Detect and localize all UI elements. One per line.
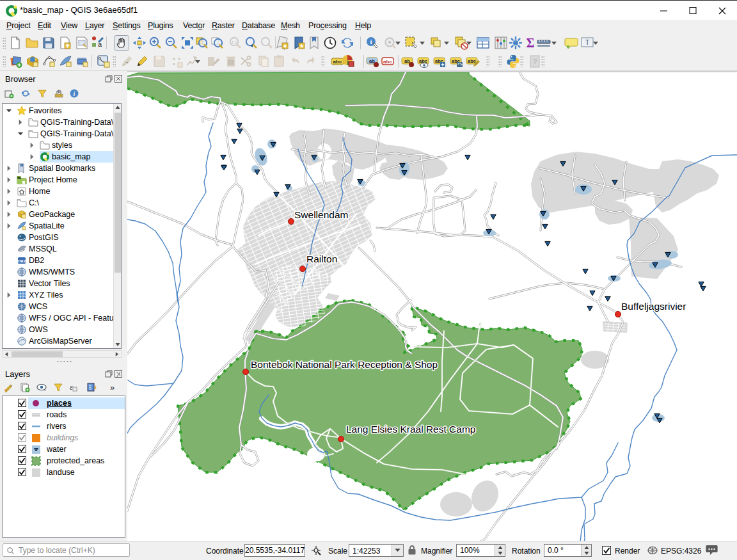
svg-text:T: T [585, 38, 590, 46]
svg-text:1:1: 1:1 [232, 40, 237, 44]
svg-text:?: ? [533, 58, 537, 65]
svg-text:Buffeljagsrivier: Buffeljagsrivier [621, 301, 686, 312]
svg-text:i: i [74, 90, 75, 97]
svg-text:DB2: DB2 [18, 259, 26, 263]
svg-text:ε: ε [70, 383, 73, 392]
svg-text:i: i [370, 38, 372, 45]
svg-text:abc: abc [383, 59, 392, 65]
svg-text:Railton: Railton [306, 253, 337, 264]
svg-text:Swellendam: Swellendam [294, 209, 348, 220]
svg-text:Bontebok National Park Recepti: Bontebok National Park Reception & Shop [251, 359, 438, 370]
svg-text:abc: abc [468, 58, 476, 64]
svg-text:Lang Elsies Kraal Rest Camp: Lang Elsies Kraal Rest Camp [346, 424, 475, 435]
svg-text:Σ: Σ [526, 36, 534, 50]
